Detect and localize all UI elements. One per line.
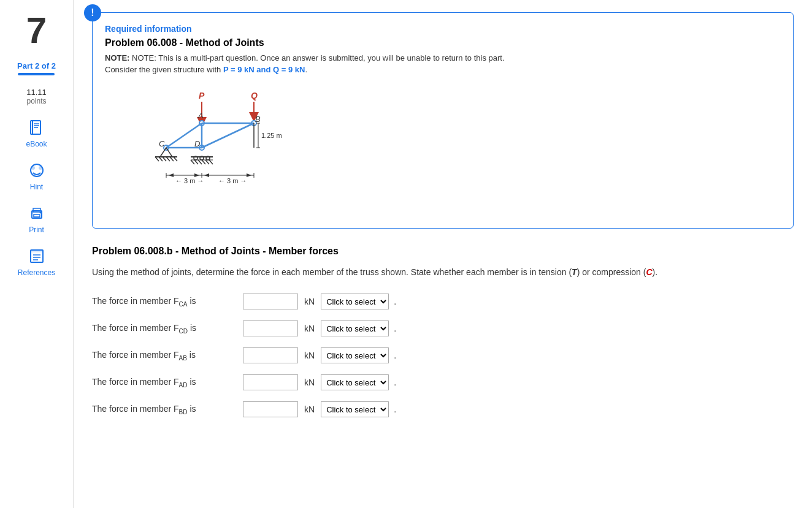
svg-text:← 3 m →: ← 3 m → [218,177,247,184]
svg-point-7 [39,166,42,170]
note-line2: Consider the given structure with P = 9 … [105,65,781,74]
required-info-label: Required information [105,24,781,34]
svg-text:1.25 m: 1.25 m [261,132,282,139]
kn-label-fcd: kN [304,324,315,333]
ebook-button[interactable]: eBook [26,118,47,148]
svg-text:A: A [197,111,204,120]
svg-line-44 [170,157,174,161]
period-fad: . [394,377,396,387]
svg-line-33 [202,123,254,148]
force-fab-select[interactable]: Click to select T C [321,347,389,363]
svg-line-41 [159,157,163,161]
question-number: 7 [26,12,47,49]
period-fcd: . [394,324,396,333]
svg-line-57 [209,160,213,164]
force-row-fbd: The force in member FBD is kN Click to s… [92,401,794,417]
hint-icon [27,161,47,180]
svg-text:← 3 m →: ← 3 m → [175,177,204,184]
print-icon [27,203,47,223]
svg-marker-67 [247,173,251,177]
points-unit: points [26,97,47,105]
svg-line-42 [163,157,166,161]
force-fcd-select[interactable]: Click to select T C [321,320,389,336]
ebook-label: eBook [26,140,47,148]
svg-line-54 [198,160,202,164]
hint-label: Hint [30,183,43,191]
svg-rect-1 [32,121,33,134]
svg-line-45 [174,157,177,161]
svg-text:P: P [199,91,205,100]
svg-line-56 [205,160,209,164]
svg-rect-10 [34,214,40,217]
period-fbd: . [394,404,396,414]
svg-line-55 [202,160,205,164]
diagram-container: P Q C [142,86,781,211]
kn-label-fca: kN [304,297,315,306]
force-row-fab: The force in member FAB is kN Click to s… [92,347,794,363]
print-button[interactable]: Print [27,203,47,234]
truss-diagram: P Q C [142,86,350,209]
svg-point-11 [39,212,41,214]
references-label: References [18,268,55,277]
points-value: 11.11 [26,88,47,97]
force-fbd-label: The force in member FBD is [92,404,239,415]
force-row-fca: The force in member FCA is kN Click to s… [92,294,794,309]
force-fbd-select[interactable]: Click to select T C [321,401,389,417]
svg-line-40 [155,157,159,161]
print-label: Print [29,226,44,234]
force-row-fad: The force in member FAD is kN Click to s… [92,374,794,390]
info-icon: ! [84,4,101,21]
force-fad-label: The force in member FAD is [92,377,239,389]
force-fad-select[interactable]: Click to select T C [321,374,389,390]
references-icon [27,246,47,266]
note-line1: NOTE: NOTE: This is a multi-part questio… [105,53,781,63]
force-fcd-label: The force in member FCD is [92,323,239,335]
kn-label-fbd: kN [304,404,315,414]
main-content: ! Required information Problem 06.008 - … [74,0,812,508]
svg-text:B: B [255,115,261,124]
svg-marker-61 [169,173,174,177]
svg-marker-66 [204,173,209,177]
svg-rect-13 [31,250,43,252]
force-row-fcd: The force in member FCD is kN Click to s… [92,320,794,336]
svg-line-52 [191,160,194,164]
svg-line-43 [166,157,170,161]
svg-text:C: C [159,139,165,148]
problem-b-title: Problem 06.008.b - Method of Joints - Me… [92,246,794,257]
force-fcd-input[interactable] [243,320,298,336]
problem-description: Using the method of joints, determine th… [92,265,794,279]
hint-button[interactable]: Hint [27,161,47,191]
ebook-icon [27,118,47,137]
points-display: 11.11 points [26,88,47,105]
force-fca-label: The force in member FCA is [92,296,239,308]
period-fca: . [394,297,396,306]
force-fca-select[interactable]: Click to select T C [321,294,389,309]
force-fca-input[interactable] [243,294,298,309]
force-fbd-input[interactable] [243,401,298,417]
svg-text:Q: Q [251,91,258,100]
svg-point-6 [31,166,35,170]
info-box: ! Required information Problem 06.008 - … [92,12,794,229]
force-fad-input[interactable] [243,374,298,390]
references-button[interactable]: References [18,246,55,277]
part-label: Part 2 of 2 [17,61,56,70]
svg-line-53 [194,160,198,164]
kn-label-fad: kN [304,377,315,387]
period-fab: . [394,351,396,360]
problem-title: Problem 06.008 - Method of Joints [105,37,781,48]
part-progress-bar [18,73,55,75]
force-fab-label: The force in member FAB is [92,350,239,362]
sidebar: 7 Part 2 of 2 11.11 points eBook [0,0,74,508]
kn-label-fab: kN [304,351,315,360]
force-fab-input[interactable] [243,347,298,363]
